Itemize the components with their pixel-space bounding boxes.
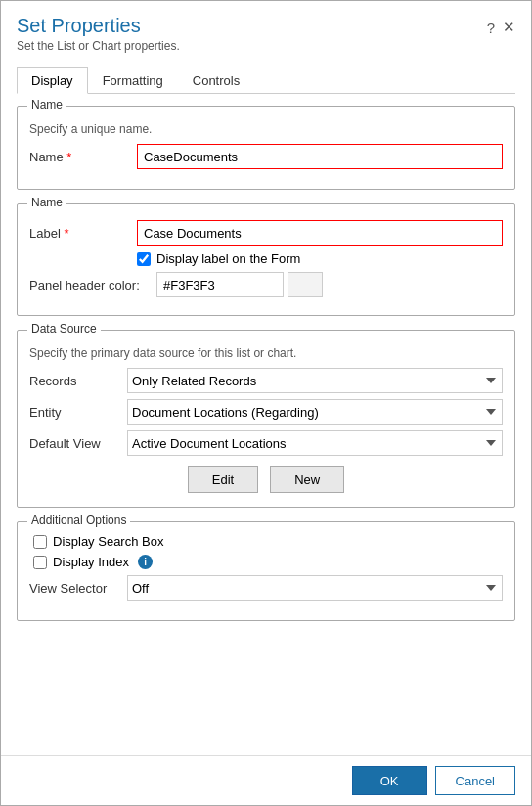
tab-bar: Display Formatting Controls	[17, 67, 515, 94]
view-selector-row: View Selector Off Show All Views Show Se…	[29, 575, 503, 601]
tab-controls[interactable]: Controls	[178, 67, 254, 94]
label-required-star: *	[61, 226, 69, 241]
data-source-description: Specify the primary data source for this…	[29, 346, 503, 360]
panel-header-color-row: Panel header color:	[29, 272, 503, 297]
label-section: Name Label * Display label on the Form P…	[17, 203, 515, 316]
display-index-row: Display Index i	[29, 555, 503, 569]
entity-label: Entity	[29, 405, 127, 420]
name-section-description: Specify a unique name.	[29, 122, 503, 136]
tab-display[interactable]: Display	[17, 67, 88, 94]
close-icon[interactable]: ✕	[503, 19, 515, 36]
name-input[interactable]	[137, 144, 503, 169]
display-label-text: Display label on the Form	[156, 251, 300, 266]
new-button[interactable]: New	[270, 466, 344, 493]
edit-new-buttons: Edit New	[29, 466, 503, 493]
default-view-select[interactable]: Active Document Locations All Document L…	[127, 430, 503, 456]
dialog-header: Set Properties Set the List or Chart pro…	[1, 1, 531, 59]
color-swatch[interactable]	[288, 272, 323, 297]
ok-button[interactable]: OK	[352, 766, 427, 795]
cancel-button[interactable]: Cancel	[435, 766, 515, 795]
data-source-legend: Data Source	[27, 322, 101, 336]
data-source-content: Specify the primary data source for this…	[18, 331, 514, 497]
records-row: Records Only Related Records All Record …	[29, 368, 503, 393]
additional-options-content: Display Search Box Display Index i View …	[18, 522, 514, 610]
view-selector-label: View Selector	[29, 581, 127, 596]
view-selector-select[interactable]: Off Show All Views Show Selected Views	[127, 575, 503, 601]
set-properties-dialog: Set Properties Set the List or Chart pro…	[0, 0, 532, 806]
display-label-row: Display label on the Form	[137, 251, 503, 266]
records-select[interactable]: Only Related Records All Record Types	[127, 368, 503, 393]
label-section-content: Label * Display label on the Form Panel …	[18, 204, 514, 305]
help-icon[interactable]: ?	[487, 20, 495, 36]
dialog-subtitle: Set the List or Chart properties.	[17, 39, 180, 53]
label-field-row: Label *	[29, 220, 503, 246]
dialog-footer: OK Cancel	[1, 755, 531, 805]
additional-options-legend: Additional Options	[27, 514, 130, 527]
entity-select[interactable]: Document Locations (Regarding) Cases	[127, 399, 503, 425]
data-source-section: Data Source Specify the primary data sou…	[17, 330, 515, 508]
display-search-box-checkbox[interactable]	[33, 535, 47, 549]
dialog-title-area: Set Properties Set the List or Chart pro…	[17, 15, 180, 53]
default-view-row: Default View Active Document Locations A…	[29, 430, 503, 456]
info-icon: i	[138, 555, 153, 569]
display-index-checkbox[interactable]	[33, 556, 47, 569]
records-label: Records	[29, 374, 127, 388]
panel-header-color-input[interactable]	[156, 272, 284, 297]
dialog-title: Set Properties	[17, 15, 180, 37]
label-field-label: Label *	[29, 226, 137, 241]
edit-button[interactable]: Edit	[188, 466, 258, 493]
display-search-box-label: Display Search Box	[53, 534, 163, 549]
tab-formatting[interactable]: Formatting	[88, 67, 178, 94]
display-index-label: Display Index	[53, 555, 129, 569]
label-section-legend: Name	[27, 196, 66, 209]
dialog-header-icons: ? ✕	[487, 19, 515, 36]
required-star: *	[64, 150, 72, 164]
additional-options-section: Additional Options Display Search Box Di…	[17, 521, 515, 621]
name-field-label: Name *	[29, 150, 137, 164]
entity-row: Entity Document Locations (Regarding) Ca…	[29, 399, 503, 425]
default-view-label: Default View	[29, 436, 127, 451]
name-section-content: Specify a unique name. Name *	[18, 107, 514, 179]
name-field-row: Name *	[29, 144, 503, 169]
display-label-checkbox[interactable]	[137, 252, 151, 266]
label-input[interactable]	[137, 220, 503, 246]
name-section: Name Specify a unique name. Name *	[17, 106, 515, 190]
panel-header-color-label: Panel header color:	[29, 278, 156, 292]
name-section-legend: Name	[27, 98, 66, 112]
dialog-body: Display Formatting Controls Name Specify…	[1, 59, 531, 755]
display-search-box-row: Display Search Box	[29, 534, 503, 549]
